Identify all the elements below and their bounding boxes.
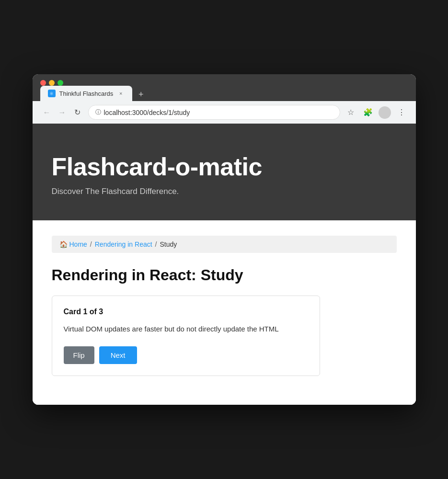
- page-title: Rendering in React: Study: [52, 266, 397, 284]
- back-button[interactable]: ←: [40, 106, 54, 119]
- breadcrumb-home-label: Home: [69, 240, 87, 248]
- active-tab[interactable]: ⚛ Thinkful Flashcards ×: [40, 86, 133, 101]
- minimize-traffic-light[interactable]: [49, 80, 55, 86]
- new-tab-button[interactable]: +: [134, 88, 148, 101]
- url-bar[interactable]: ⓘ localhost:3000/decks/1/study: [88, 105, 340, 120]
- refresh-button[interactable]: ↻: [71, 106, 84, 119]
- maximize-traffic-light[interactable]: [57, 80, 63, 86]
- breadcrumb-current: Study: [160, 240, 177, 248]
- address-bar: ← → ↻ ⓘ localhost:3000/decks/1/study ☆ 🧩…: [33, 101, 416, 124]
- url-security-icon: ⓘ: [95, 108, 101, 116]
- browser-chrome: ⚛ Thinkful Flashcards × + ← → ↻ ⓘ localh…: [33, 74, 416, 124]
- card-container: Card 1 of 3 Virtual DOM updates are fast…: [52, 296, 320, 376]
- flip-button[interactable]: Flip: [64, 346, 94, 364]
- nav-buttons: ← → ↻: [40, 106, 84, 119]
- app-header: Flashcard-o-matic Discover The Flashcard…: [33, 124, 416, 220]
- app-title: Flashcard-o-matic: [52, 152, 397, 181]
- card-counter: Card 1 of 3: [64, 308, 308, 316]
- toolbar-icons: ☆ 🧩 ⋮: [344, 106, 408, 119]
- menu-icon[interactable]: ⋮: [395, 106, 408, 119]
- title-bar: [33, 74, 416, 86]
- next-button[interactable]: Next: [99, 346, 137, 364]
- page-content: Flashcard-o-matic Discover The Flashcard…: [33, 124, 416, 405]
- close-traffic-light[interactable]: [40, 80, 46, 86]
- home-icon: 🏠: [59, 240, 68, 248]
- breadcrumb-deck-link[interactable]: Rendering in React: [95, 240, 152, 248]
- tab-bar: ⚛ Thinkful Flashcards × +: [33, 86, 416, 101]
- tab-close-button[interactable]: ×: [117, 90, 125, 97]
- forward-button[interactable]: →: [56, 106, 69, 119]
- card-content: Virtual DOM updates are faster but do no…: [64, 324, 308, 335]
- tab-favicon-icon: ⚛: [48, 90, 56, 97]
- card-actions: Flip Next: [64, 346, 308, 364]
- traffic-lights: [40, 80, 63, 86]
- bookmark-icon[interactable]: ☆: [344, 106, 357, 119]
- breadcrumb-home-link[interactable]: 🏠 Home: [59, 240, 87, 248]
- extensions-icon[interactable]: 🧩: [361, 106, 375, 119]
- tab-title-label: Thinkful Flashcards: [59, 90, 114, 97]
- breadcrumb-separator-1: /: [90, 240, 92, 248]
- breadcrumb: 🏠 Home / Rendering in React / Study: [52, 236, 397, 253]
- browser-window: ⚛ Thinkful Flashcards × + ← → ↻ ⓘ localh…: [33, 74, 416, 405]
- main-content: 🏠 Home / Rendering in React / Study Rend…: [33, 220, 416, 405]
- url-text: localhost:3000/decks/1/study: [104, 109, 190, 116]
- breadcrumb-separator-2: /: [155, 240, 157, 248]
- app-subtitle: Discover The Flashcard Difference.: [52, 187, 397, 196]
- avatar[interactable]: [379, 106, 391, 119]
